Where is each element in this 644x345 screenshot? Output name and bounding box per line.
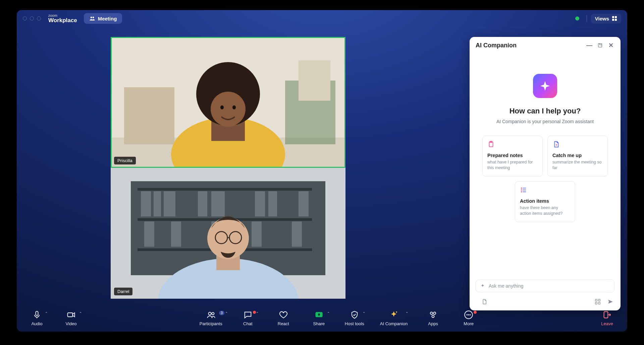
apps-button[interactable]: Apps xyxy=(423,310,443,326)
svg-rect-54 xyxy=(595,302,597,304)
svg-rect-32 xyxy=(171,221,181,247)
host-tools-button[interactable]: ⌃ Host tools xyxy=(344,310,365,326)
svg-rect-25 xyxy=(164,191,175,216)
suggestion-card-action-items[interactable]: Action items have there been any action … xyxy=(515,181,575,222)
svg-point-67 xyxy=(468,314,469,315)
grid-icon xyxy=(612,16,617,21)
svg-point-61 xyxy=(396,311,397,313)
sparkle-icon xyxy=(389,310,398,319)
window-controls[interactable] xyxy=(23,16,41,20)
svg-rect-30 xyxy=(299,191,309,216)
views-button[interactable]: Views xyxy=(591,14,621,23)
svg-point-62 xyxy=(430,312,433,314)
chevron-up-icon[interactable]: ⌃ xyxy=(225,311,228,315)
meeting-pill[interactable]: Meeting xyxy=(84,13,122,24)
svg-rect-69 xyxy=(604,312,608,318)
svg-rect-10 xyxy=(299,60,330,101)
toolbar-label: Audio xyxy=(31,321,42,326)
toolbar-label: Apps xyxy=(428,321,438,326)
video-tile[interactable]: Priscilla xyxy=(111,37,345,168)
svg-rect-35 xyxy=(292,221,302,247)
notification-dot-icon xyxy=(253,311,256,314)
chevron-up-icon[interactable]: ⌃ xyxy=(45,311,48,315)
chevron-up-icon[interactable]: ⌃ xyxy=(406,311,408,315)
svg-point-16 xyxy=(220,105,224,109)
maximize-icon[interactable] xyxy=(37,16,41,20)
svg-point-38 xyxy=(207,217,249,259)
connection-status-icon xyxy=(575,16,579,20)
leave-icon xyxy=(602,310,612,319)
brand-top: zoom xyxy=(48,14,77,17)
ai-companion-logo-icon xyxy=(533,74,557,98)
svg-point-50 xyxy=(521,191,522,192)
ask-input[interactable]: Ask me anything xyxy=(476,280,614,292)
leave-button[interactable]: Leave xyxy=(597,310,617,326)
participants-button[interactable]: 3 ⌃ Participants xyxy=(200,310,222,326)
chevron-up-icon[interactable]: ⌃ xyxy=(363,311,365,315)
participant-video xyxy=(111,37,345,168)
svg-rect-5 xyxy=(615,19,617,21)
svg-point-46 xyxy=(521,187,522,189)
participant-video xyxy=(111,168,345,299)
ai-companion-panel: AI Companion — ✕ How can I help you? A xyxy=(470,37,621,310)
close-icon[interactable] xyxy=(23,16,27,20)
svg-point-59 xyxy=(212,312,214,315)
svg-point-64 xyxy=(432,315,434,317)
more-button[interactable]: More xyxy=(459,310,479,326)
minimize-icon[interactable] xyxy=(30,16,34,20)
panel-title: AI Companion xyxy=(476,42,517,49)
card-title: Prepared notes xyxy=(487,153,538,158)
chevron-up-icon[interactable]: ⌃ xyxy=(256,311,259,315)
svg-rect-8 xyxy=(124,87,174,144)
ask-placeholder: Ask me anything xyxy=(489,283,524,289)
svg-rect-49 xyxy=(523,190,526,190)
sparkle-icon xyxy=(480,283,485,289)
video-tile[interactable]: Darrel xyxy=(111,168,345,299)
ai-companion-button[interactable]: ⌃ AI Companion xyxy=(380,310,408,326)
svg-point-45 xyxy=(556,144,557,146)
toolbar-label: React xyxy=(278,321,289,326)
svg-rect-2 xyxy=(612,16,614,18)
react-button[interactable]: React xyxy=(273,310,293,326)
svg-rect-26 xyxy=(198,191,207,216)
suggestion-card-catch-me-up[interactable]: Catch me up summarize the meeting so far xyxy=(547,136,608,177)
list-icon xyxy=(520,186,527,194)
svg-point-0 xyxy=(90,17,92,18)
suggestion-card-prepared-notes[interactable]: Prepared notes what have I prepared for … xyxy=(482,136,543,177)
notification-dot-icon xyxy=(474,311,477,314)
chevron-up-icon[interactable]: ⌃ xyxy=(79,311,82,315)
card-subtitle: what have I prepared for this meeting xyxy=(487,159,538,171)
chat-icon xyxy=(243,310,253,319)
meeting-window: zoom Workplace Meeting Views xyxy=(17,10,627,332)
app-brand: zoom Workplace xyxy=(48,14,77,23)
participant-name: Darrel xyxy=(114,288,132,295)
chevron-up-icon[interactable]: ⌃ xyxy=(327,311,330,315)
participants-count: 3 xyxy=(219,311,224,315)
svg-rect-24 xyxy=(154,191,161,216)
document-icon xyxy=(552,141,560,148)
brand-bottom: Workplace xyxy=(48,17,77,23)
svg-point-15 xyxy=(211,92,246,127)
popout-icon[interactable] xyxy=(596,42,604,49)
people-icon xyxy=(206,310,216,319)
microphone-icon xyxy=(32,310,42,319)
svg-point-66 xyxy=(467,314,468,315)
panel-heading: How can I help you? xyxy=(479,107,611,115)
minimize-icon[interactable]: — xyxy=(586,42,593,49)
chat-button[interactable]: ⌃ Chat xyxy=(238,310,258,326)
video-button[interactable]: ⌃ Video xyxy=(61,310,81,326)
toolbar-label: Leave xyxy=(601,321,613,326)
svg-point-1 xyxy=(92,17,94,18)
people-icon xyxy=(89,15,95,21)
svg-rect-52 xyxy=(595,299,597,301)
close-icon[interactable]: ✕ xyxy=(607,42,614,49)
svg-rect-57 xyxy=(68,313,73,317)
toolbar-label: Participants xyxy=(200,321,222,326)
svg-point-68 xyxy=(470,314,471,315)
views-label: Views xyxy=(595,16,609,21)
share-button[interactable]: ⌃ Share xyxy=(309,310,329,326)
share-screen-icon xyxy=(314,310,324,319)
toolbar-label: AI Companion xyxy=(380,321,408,326)
audio-button[interactable]: ⌃ Audio xyxy=(27,310,47,326)
toolbar-label: Share xyxy=(313,321,325,326)
